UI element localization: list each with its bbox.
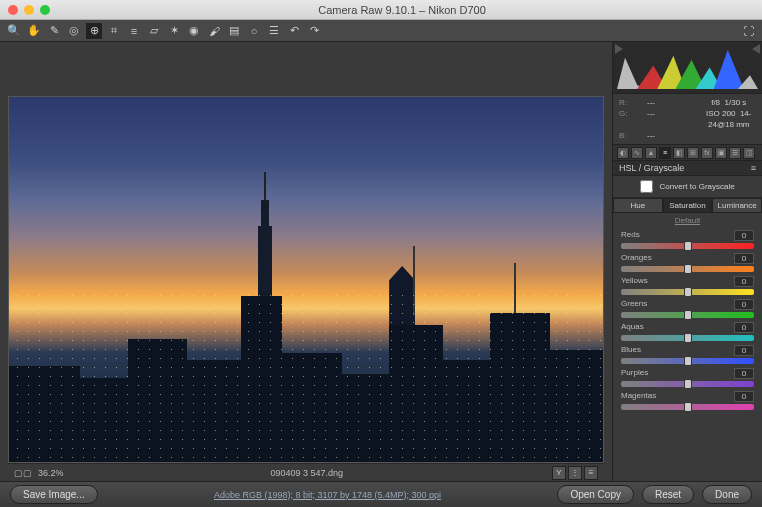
reset-button[interactable]: Reset: [642, 485, 694, 504]
fx-tab-icon[interactable]: fx: [701, 147, 713, 159]
rotate-cw-icon[interactable]: ↷: [306, 23, 322, 39]
slider-value[interactable]: 0: [734, 253, 754, 264]
detail-tab-icon[interactable]: ▲: [645, 147, 657, 159]
adjustment-brush-tool-icon[interactable]: 🖌: [206, 23, 222, 39]
rotate-ccw-icon[interactable]: ↶: [286, 23, 302, 39]
main-area: ▢▢ 36.2% 090409 3 547.dng Y ⋮ ≡: [0, 42, 762, 481]
slider-label: Magentas: [621, 391, 656, 402]
minimize-window-button[interactable]: [24, 5, 34, 15]
slider-value[interactable]: 0: [734, 299, 754, 310]
panel-title-bar: HSL / Grayscale ≡: [613, 161, 762, 176]
panel-title: HSL / Grayscale: [619, 163, 684, 173]
slider-value[interactable]: 0: [734, 322, 754, 333]
preferences-tool-icon[interactable]: ☰: [266, 23, 282, 39]
workflow-options-link[interactable]: Adobe RGB (1998); 8 bit; 3107 by 1748 (5…: [98, 490, 558, 500]
graduated-filter-tool-icon[interactable]: ▤: [226, 23, 242, 39]
slider-track[interactable]: [621, 381, 754, 387]
zoom-tool-icon[interactable]: 🔍: [6, 23, 22, 39]
radial-filter-tool-icon[interactable]: ○: [246, 23, 262, 39]
preview-mode-button[interactable]: Y: [552, 466, 566, 480]
done-button[interactable]: Done: [702, 485, 752, 504]
slider-thumb[interactable]: [684, 310, 692, 320]
r-value: ---: [647, 97, 702, 108]
split-tab-icon[interactable]: ◧: [673, 147, 685, 159]
shutter-value: 1/30 s: [725, 98, 747, 107]
convert-grayscale-row[interactable]: Convert to Grayscale: [613, 176, 762, 198]
slider-track[interactable]: [621, 289, 754, 295]
settings-menu-button[interactable]: ≡: [584, 466, 598, 480]
crop-tool-icon[interactable]: ⌗: [106, 23, 122, 39]
lens-tab-icon[interactable]: ⊞: [687, 147, 699, 159]
slider-value[interactable]: 0: [734, 230, 754, 241]
saturation-tab[interactable]: Saturation: [663, 198, 713, 213]
image-preview[interactable]: [8, 96, 604, 463]
snapshots-tab-icon[interactable]: ◫: [743, 147, 755, 159]
slider-label: Yellows: [621, 276, 648, 287]
highlight-clip-icon[interactable]: [750, 44, 760, 54]
spot-removal-tool-icon[interactable]: ✶: [166, 23, 182, 39]
slider-track[interactable]: [621, 266, 754, 272]
fullscreen-toggle-icon[interactable]: ⛶: [740, 23, 756, 39]
b-value: ---: [647, 130, 702, 141]
slider-track[interactable]: [621, 358, 754, 364]
basic-tab-icon[interactable]: ◐: [617, 147, 629, 159]
hsl-tab-icon[interactable]: ≡: [659, 147, 671, 159]
hand-tool-icon[interactable]: ✋: [26, 23, 42, 39]
preview-column: ▢▢ 36.2% 090409 3 547.dng Y ⋮ ≡: [0, 42, 612, 481]
white-balance-tool-icon[interactable]: ✎: [46, 23, 62, 39]
slider-thumb[interactable]: [684, 241, 692, 251]
close-window-button[interactable]: [8, 5, 18, 15]
mac-titlebar: Camera Raw 9.10.1 – Nikon D700: [0, 0, 762, 20]
b-label: B:: [619, 130, 647, 141]
save-image-button[interactable]: Save Image...: [10, 485, 98, 504]
rating-button[interactable]: ⋮: [568, 466, 582, 480]
footer: Save Image... Adobe RGB (1998); 8 bit; 3…: [0, 481, 762, 507]
zoom-window-button[interactable]: [40, 5, 50, 15]
window-title: Camera Raw 9.10.1 – Nikon D700: [50, 4, 754, 16]
luminance-tab[interactable]: Luminance: [712, 198, 762, 213]
slider-thumb[interactable]: [684, 287, 692, 297]
panel-tab-icons: ◐ ∿ ▲ ≡ ◧ ⊞ fx ▣ ☰ ◫: [613, 145, 762, 161]
slider-thumb[interactable]: [684, 264, 692, 274]
slider-label: Reds: [621, 230, 640, 241]
slider-row-blues: Blues0: [621, 345, 754, 364]
r-label: R:: [619, 97, 647, 108]
slider-thumb[interactable]: [684, 333, 692, 343]
slider-thumb[interactable]: [684, 402, 692, 412]
slider-label: Oranges: [621, 253, 652, 264]
camera-tab-icon[interactable]: ▣: [715, 147, 727, 159]
g-value: ---: [647, 108, 702, 130]
hsl-subtabs: Hue Saturation Luminance: [613, 198, 762, 213]
slider-row-purples: Purples0: [621, 368, 754, 387]
slider-value[interactable]: 0: [734, 276, 754, 287]
red-eye-tool-icon[interactable]: ◉: [186, 23, 202, 39]
slider-track[interactable]: [621, 312, 754, 318]
curve-tab-icon[interactable]: ∿: [631, 147, 643, 159]
panel-menu-icon[interactable]: ≡: [751, 163, 756, 173]
open-copy-button[interactable]: Open Copy: [557, 485, 634, 504]
default-link[interactable]: Default: [613, 213, 762, 228]
slider-value[interactable]: 0: [734, 391, 754, 402]
slider-thumb[interactable]: [684, 379, 692, 389]
transform-tool-icon[interactable]: ▱: [146, 23, 162, 39]
color-sampler-tool-icon[interactable]: ◎: [66, 23, 82, 39]
slider-value[interactable]: 0: [734, 368, 754, 379]
slider-row-reds: Reds0: [621, 230, 754, 249]
histogram[interactable]: [613, 42, 762, 94]
presets-tab-icon[interactable]: ☰: [729, 147, 741, 159]
slider-thumb[interactable]: [684, 356, 692, 366]
straighten-tool-icon[interactable]: ≡: [126, 23, 142, 39]
slider-track[interactable]: [621, 335, 754, 341]
zoom-level[interactable]: 36.2%: [38, 468, 64, 478]
slider-track[interactable]: [621, 404, 754, 410]
shadow-clip-icon[interactable]: [615, 44, 625, 54]
hue-tab[interactable]: Hue: [613, 198, 663, 213]
status-bar: ▢▢ 36.2% 090409 3 547.dng Y ⋮ ≡: [8, 463, 604, 481]
targeted-adjustment-tool-icon[interactable]: ⊕: [86, 23, 102, 39]
convert-grayscale-checkbox[interactable]: [640, 180, 653, 193]
sliders-group: Reds0Oranges0Yellows0Greens0Aquas0Blues0…: [613, 228, 762, 416]
slider-value[interactable]: 0: [734, 345, 754, 356]
slider-label: Aquas: [621, 322, 644, 333]
filmstrip-toggle-icon[interactable]: ▢▢: [14, 468, 32, 478]
slider-track[interactable]: [621, 243, 754, 249]
